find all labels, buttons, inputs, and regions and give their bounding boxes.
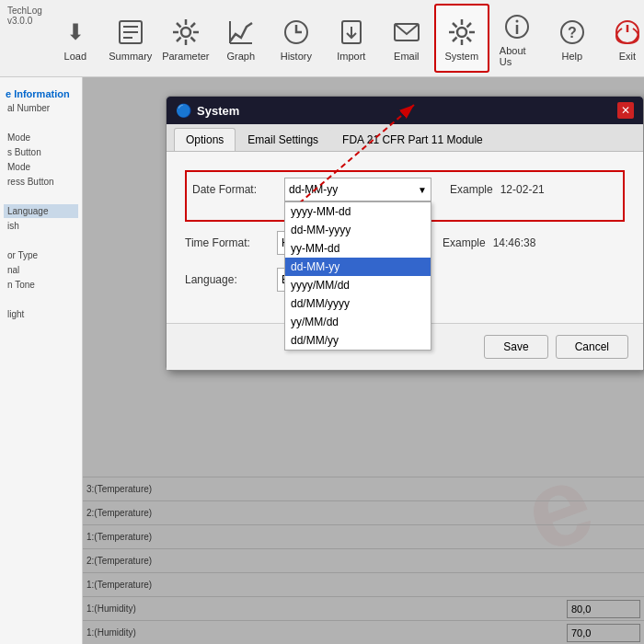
sidebar-item-12: n Tone	[4, 278, 78, 292]
graph-icon	[224, 16, 258, 49]
svg-point-19	[457, 28, 466, 37]
main-area: e Information al Number Mode s Button Mo…	[0, 77, 644, 644]
modal-title-text: System	[197, 104, 239, 118]
toolbar-item-aboutus[interactable]: About Us	[489, 4, 545, 73]
dropdown-option-6[interactable]: yy/MM/dd	[285, 313, 431, 331]
sidebar-item-2: Mode	[4, 131, 78, 144]
toolbar-item-import[interactable]: Import	[324, 4, 379, 73]
time-example-label: Example	[443, 236, 486, 249]
dropdown-option-1[interactable]: dd-MM-yyyy	[285, 221, 431, 239]
tab-fda[interactable]: FDA 21 CFR Part 11 Module	[330, 128, 495, 151]
sidebar-item-4: Mode	[4, 160, 78, 174]
content-area: e 3:(Temperature) 2:(Temperature) 1:(Tem…	[83, 77, 644, 644]
dropdown-option-7[interactable]: dd/MM/yy	[285, 331, 431, 350]
toolbar-item-system[interactable]: System	[434, 4, 489, 73]
modal-overlay: 🔵 System ✕ Options Email Settings FDA 21…	[83, 77, 644, 644]
toolbar-label-email: Email	[394, 51, 420, 62]
sidebar-item-7: Language	[4, 204, 78, 218]
summary-icon	[114, 16, 147, 49]
date-example-value: 12-02-21	[500, 183, 545, 196]
parameter-icon	[169, 16, 202, 49]
load-icon: ⬇	[59, 16, 92, 49]
date-format-dropdown: yyyy-MM-dd dd-MM-yyyy yy-MM-dd dd-MM-yy …	[284, 201, 431, 351]
toolbar-label-import: Import	[337, 51, 365, 62]
svg-line-10	[190, 37, 195, 41]
modal-body: Date Format: dd-MM-yy ▼ yyyy-MM-dd	[167, 152, 643, 323]
toolbar-item-parameter[interactable]: Parameter	[158, 4, 213, 73]
dropdown-option-2[interactable]: yy-MM-dd	[285, 239, 431, 258]
dropdown-option-5[interactable]: dd/MM/yyyy	[285, 294, 431, 313]
time-format-label: Time Format:	[185, 236, 277, 249]
toolbar-item-email[interactable]: Email	[379, 4, 434, 73]
modal-close-button[interactable]: ✕	[617, 102, 634, 119]
sidebar-item-6	[4, 190, 78, 203]
toolbar-label-system: System	[444, 51, 478, 62]
toolbar-item-load[interactable]: ⬇ Load	[48, 4, 103, 73]
svg-line-26	[466, 23, 471, 28]
sidebar-item-9	[4, 234, 78, 247]
toolbar-label-aboutus: About Us	[500, 45, 535, 67]
svg-point-4	[181, 28, 190, 37]
toolbar-item-graph[interactable]: Graph	[213, 4, 269, 73]
modal-title-left: 🔵 System	[176, 103, 239, 118]
sidebar-item-13	[4, 293, 78, 306]
cancel-button[interactable]: Cancel	[556, 335, 628, 359]
system-icon	[445, 16, 478, 49]
toolbar: TechLog v3.0.0 ⬇ Load Summary Parameter …	[0, 0, 644, 77]
modal-tabs: Options Email Settings FDA 21 CFR Part 1…	[167, 124, 643, 152]
sidebar-item-1	[4, 116, 78, 130]
svg-line-12	[177, 37, 181, 41]
date-format-selected-value: dd-MM-yy	[289, 183, 338, 196]
sidebar-item-10: or Type	[4, 248, 78, 262]
toolbar-label-parameter: Parameter	[162, 51, 209, 62]
toolbar-label-summary: Summary	[109, 51, 152, 62]
modal-title-icon: 🔵	[176, 103, 191, 118]
toolbar-item-summary[interactable]: Summary	[103, 4, 158, 73]
svg-text:?: ?	[568, 25, 577, 40]
dropdown-option-4[interactable]: yyyy/MM/dd	[285, 276, 431, 294]
date-format-select-display[interactable]: dd-MM-yy ▼	[284, 178, 431, 201]
email-icon	[390, 16, 423, 49]
tab-email-settings[interactable]: Email Settings	[236, 128, 330, 151]
sidebar-item-8: ish	[4, 219, 78, 233]
tab-options[interactable]: Options	[174, 128, 236, 151]
toolbar-label-load: Load	[64, 51, 86, 62]
sidebar-item-5: ress Button	[4, 175, 78, 189]
toolbar-label-help: Help	[562, 51, 583, 62]
dropdown-option-0[interactable]: yyyy-MM-dd	[285, 202, 431, 221]
sidebar-item-11: nal	[4, 263, 78, 277]
app-title: TechLog v3.0.0	[2, 4, 48, 28]
dropdown-arrow-icon: ▼	[418, 185, 427, 195]
svg-line-24	[453, 23, 457, 28]
system-modal: 🔵 System ✕ Options Email Settings FDA 21…	[166, 96, 644, 371]
svg-line-25	[466, 37, 471, 41]
toolbar-label-exit: Exit	[619, 51, 636, 62]
modal-titlebar: 🔵 System ✕	[167, 97, 643, 124]
import-icon	[335, 16, 368, 49]
date-format-dropdown-wrapper: dd-MM-yy ▼ yyyy-MM-dd dd-MM-yyyy yy-MM-d…	[284, 178, 431, 201]
toolbar-label-history: History	[281, 51, 312, 62]
history-icon	[280, 16, 313, 49]
date-format-label: Date Format:	[192, 183, 284, 196]
toolbar-item-help[interactable]: ? Help	[545, 4, 600, 73]
time-example-value: 14:46:38	[493, 236, 536, 249]
exit-icon	[611, 16, 644, 49]
dropdown-option-3[interactable]: dd-MM-yy	[285, 258, 431, 276]
help-icon: ?	[556, 16, 589, 49]
aboutus-icon	[500, 10, 534, 43]
sidebar-item-14: light	[4, 307, 78, 321]
svg-line-11	[190, 23, 195, 28]
toolbar-item-history[interactable]: History	[269, 4, 324, 73]
svg-point-30	[515, 19, 518, 22]
save-button[interactable]: Save	[484, 335, 547, 359]
date-format-row: Date Format: dd-MM-yy ▼ yyyy-MM-dd	[192, 178, 617, 201]
svg-line-9	[177, 23, 181, 28]
svg-line-27	[453, 37, 457, 41]
date-example-label: Example	[450, 183, 493, 196]
language-label: Language:	[185, 273, 277, 286]
toolbar-label-graph: Graph	[227, 51, 256, 62]
sidebar-section-title: e Information	[6, 88, 78, 99]
sidebar-item-3: s Button	[4, 145, 78, 159]
toolbar-item-exit[interactable]: Exit	[600, 4, 644, 73]
sidebar-item-0: al Number	[4, 101, 78, 115]
